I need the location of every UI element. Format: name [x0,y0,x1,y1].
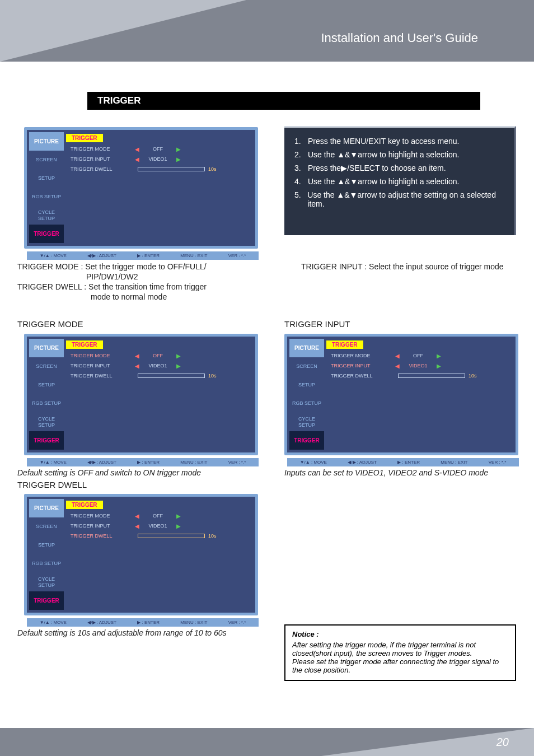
left-arrow-icon: ◀ [133,513,141,519]
osd-row-input: TRIGGER INPUT ◀ VIDEO1 ▶ [66,156,253,162]
osd-helpbar: ▼/▲ : MOVE ◀/▶ : ADJUST ▶ : ENTER MENU :… [27,618,259,627]
instruction-item: 1.Press the MENU/EXIT key to access menu… [294,137,507,146]
osd-heading: TRIGGER [66,501,103,509]
osd-screenshot-input: PICTURE SCREEN SETUP RGB SETUP CYCLE SET… [284,334,518,455]
osd-heading: TRIGGER [326,340,363,349]
osd-tab: SCREEN [29,517,64,536]
osd-tab: CYCLE SETUP [289,413,324,431]
osd-row-label: TRIGGER INPUT [66,523,133,529]
osd-row-value: VIDEO1 [401,363,435,368]
osd-body: TRIGGER TRIGGER MODE ◀ OFF ▶ TRIGGER INP… [66,499,253,610]
subtitle-dwell: TRIGGER DWELL [17,480,87,489]
osd-tab-active: TRIGGER [29,225,64,243]
instruction-item: 4.Use the ▲&▼arrow to highlight a select… [294,177,507,186]
notice-box: Notice : After setting the trigger mode,… [284,624,516,681]
osd-row-label: TRIGGER MODE [66,353,133,358]
osd-tab: SETUP [29,169,64,188]
osd-row-value: VIDEO1 [141,363,175,368]
osd-tab: SCREEN [29,357,64,376]
osd-row-value: VIDEO1 [141,156,175,162]
instructions-box: 1.Press the MENU/EXIT key to access menu… [284,126,516,235]
right-arrow-icon: ▶ [175,146,182,152]
helpbar-item: MENU : EXIT [180,253,207,258]
osd-dwell-bar [138,167,205,171]
page-number: 20 [496,736,509,749]
osd-helpbar: ▼/▲ : MOVE ◀/▶ : ADJUST ▶ : ENTER MENU :… [27,458,259,466]
osd-row-mode: TRIGGER MODE ◀ OFF ▶ [326,352,513,359]
osd-tab-active: TRIGGER [29,431,64,450]
notice-line1: After setting the trigger mode, if the t… [292,641,476,657]
osd-dwell-bar [398,374,465,378]
osd-row-label: TRIGGER DWELL [66,166,133,172]
osd-body: TRIGGER TRIGGER MODE ◀ OFF ▶ TRIGGER INP… [66,339,253,450]
item-num: 3. [294,164,305,172]
osd-tab: RGB SETUP [29,188,64,206]
osd-row-label: TRIGGER MODE [66,513,133,519]
osd-tab: SCREEN [289,357,324,376]
osd-row-value: VIDEO1 [141,523,175,529]
osd-dwell-bar [138,534,205,538]
osd-row-value: OFF [401,353,435,358]
osd-row-dwell: TRIGGER DWELL 10s [326,372,513,379]
osd-dwell-value: 10s [469,373,477,379]
osd-row-label: TRIGGER DWELL [326,373,394,379]
osd-row-value: OFF [141,146,175,152]
osd-tabs: PICTURE SCREEN SETUP RGB SETUP CYCLE SET… [29,339,64,450]
left-arrow-icon: ◀ [133,363,141,369]
osd-tab: PICTURE [29,339,64,357]
osd-tab: PICTURE [29,499,64,517]
osd-row-dwell-selected: TRIGGER DWELL 10s [66,533,253,539]
osd-dwell-value: 10s [208,533,217,539]
osd-row-label: TRIGGER MODE [66,146,133,152]
osd-helpbar: ▼/▲ : MOVE ◀/▶ : ADJUST ▶ : ENTER MENU :… [27,251,259,260]
osd-row-value: OFF [141,353,175,358]
osd-dwell-value: 10s [208,166,217,172]
osd-tab: SETUP [289,376,324,394]
left-arrow-icon: ◀ [133,156,141,162]
osd-row-input: TRIGGER INPUT ◀ VIDEO1 ▶ [66,362,253,369]
helpbar-item: ◀/▶ : ADJUST [87,253,116,258]
osd-row-mode: TRIGGER MODE ◀ OFF ▶ [66,146,253,152]
helpbar-item: ▶ : ENTER [137,460,160,465]
helpbar-item: ▶ : ENTER [137,620,160,625]
right-arrow-icon: ▶ [175,523,182,529]
helpbar-item: VER : *.* [228,253,246,258]
instruction-item: 5.Use the ▲&▼arrow to adjust the setting… [294,190,507,208]
helpbar-item: VER : *.* [228,460,246,465]
osd-tab: RGB SETUP [29,554,64,573]
left-arrow-icon: ◀ [133,146,141,152]
item-num: 1. [294,137,305,146]
osd-body: TRIGGER TRIGGER MODE ◀ OFF ▶ TRIGGER INP… [326,339,513,450]
explain-mode2: PIP/DW1/DW2 [86,272,138,281]
explain-mode: TRIGGER MODE : Set the trigger mode to O… [17,262,207,271]
item-text: Press the MENU/EXIT key to access menu. [308,137,460,146]
subtitle-input: TRIGGER INPUT [284,319,350,329]
osd-row-dwell: TRIGGER DWELL 10s [66,372,253,379]
helpbar-item: MENU : EXIT [180,620,207,625]
instruction-item: 2.Use the ▲&▼arrow to highlight a select… [294,150,507,159]
left-arrow-icon: ◀ [133,353,141,359]
item-num: 5. [294,190,304,208]
osd-row-label: TRIGGER INPUT [66,156,133,162]
right-arrow-icon: ▶ [435,353,443,359]
osd-tab: SETUP [29,376,64,394]
right-arrow-icon: ▶ [175,156,182,162]
explain-dwell2: mode to normal mode [91,292,167,301]
osd-row-input-selected: TRIGGER INPUT ◀ VIDEO1 ▶ [326,362,513,369]
osd-row-label: TRIGGER DWELL [66,373,133,379]
caption-dwell: Default setting is 10s and adjustable fr… [17,628,227,637]
osd-row-input: TRIGGER INPUT ◀ VIDEO1 ▶ [66,522,253,529]
osd-screenshot-mode: PICTURE SCREEN SETUP RGB SETUP CYCLE SET… [24,334,258,455]
osd-row-label: TRIGGER INPUT [66,363,133,368]
notice-title: Notice : [292,630,509,638]
osd-row-value: OFF [141,513,175,519]
left-arrow-icon: ◀ [133,523,141,529]
explain-input: TRIGGER INPUT : Select the input source … [301,262,504,271]
osd-screenshot-dwell: PICTURE SCREEN SETUP RGB SETUP CYCLE SET… [24,494,258,615]
subtitle-mode: TRIGGER MODE [17,319,83,329]
osd-tab: RGB SETUP [289,394,324,413]
notice-line2: Please set the trigger mode after connec… [292,657,499,674]
osd-row-dwell: TRIGGER DWELL 10s [66,166,253,172]
helpbar-item: MENU : EXIT [180,460,207,465]
osd-helpbar: ▼/▲ : MOVE ◀/▶ : ADJUST ▶ : ENTER MENU :… [287,458,519,466]
